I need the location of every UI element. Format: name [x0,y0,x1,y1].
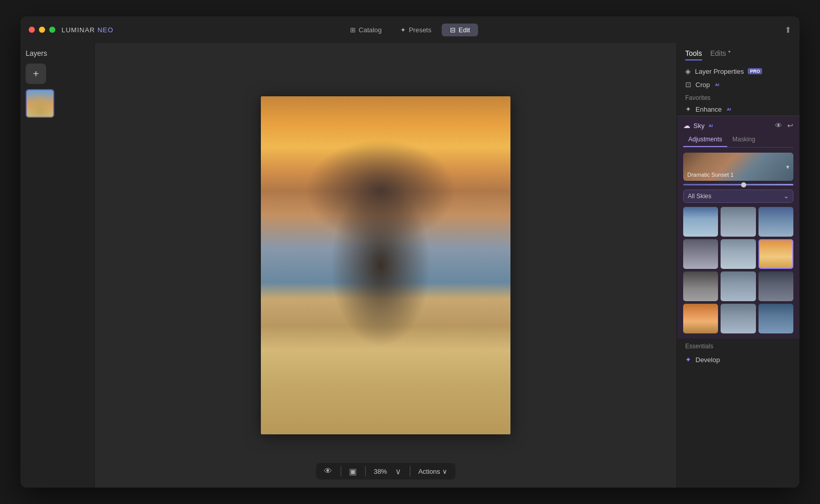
enhance-icon: ✦ [685,105,691,113]
export-icon[interactable]: ⬆ [785,26,791,34]
develop-item[interactable]: ✦ Develop [677,352,799,367]
close-button[interactable] [29,27,35,33]
app-logo: LUMINAR NEO [61,26,113,34]
title-bar: LUMINAR NEO ⊞ Catalog ✦ Presets ⊟ Edit ⬆ [20,16,799,43]
toolbar-divider-3 [409,466,410,476]
app-window: LUMINAR NEO ⊞ Catalog ✦ Presets ⊟ Edit ⬆… [20,16,799,488]
sky-thumbnail-12[interactable] [758,304,793,333]
main-content: Layers + 👁 ▣ 38% [20,43,799,488]
sky-actions: 👁 ↩ [775,121,793,130]
sky-thumbnail-7[interactable] [683,271,718,301]
traffic-lights [29,27,55,33]
compare-icon[interactable]: ▣ [349,467,357,476]
add-layer-button[interactable]: + [26,64,46,84]
develop-icon: ✦ [685,355,691,364]
sky-slider[interactable] [683,184,793,185]
sky-thumbnail-2[interactable] [721,207,755,237]
actions-button[interactable]: Actions ∨ [418,468,447,475]
layer-properties-badge: PRO [748,68,762,74]
minimize-button[interactable] [39,27,45,33]
favorites-section-label: Favorites [677,91,799,102]
catalog-icon: ⊞ [350,26,356,34]
sky-filter-dropdown[interactable]: All Skies ⌄ [683,190,793,203]
sky-thumbnail-8[interactable] [721,271,755,301]
photo-person-overlay [261,96,510,434]
sky-tabs: Adjustments Masking [683,134,793,148]
catalog-nav-button[interactable]: ⊞ Catalog [342,24,390,36]
layer-properties-item[interactable]: ◈ Layer Properties PRO [677,65,799,78]
sky-thumbnail-5[interactable] [721,239,755,269]
crop-icon: ⊡ [685,80,691,89]
sky-panel: ☁ Sky AI 👁 ↩ Adjustments Masking [677,116,799,339]
tab-tools[interactable]: Tools [685,49,702,60]
sky-reset-button[interactable]: ↩ [787,121,793,130]
visibility-icon[interactable]: 👁 [324,467,332,476]
right-panel: Tools Edits ● ◈ Layer Properties PRO ⊡ C… [676,43,799,488]
tab-adjustments[interactable]: Adjustments [683,134,727,147]
sky-title: ☁ Sky AI [683,121,713,130]
title-right: ⬆ [785,25,791,35]
layers-panel: Layers + [20,43,95,488]
sky-preset-box[interactable]: Dramatic Sunset 1 ▾ [683,153,793,181]
maximize-button[interactable] [49,27,55,33]
presets-nav-button[interactable]: ✦ Presets [392,24,440,36]
layers-title: Layers [26,49,89,57]
presets-icon: ✦ [400,26,406,34]
tab-masking[interactable]: Masking [727,134,761,147]
panel-header: Tools Edits ● [677,43,799,65]
sky-ai-badge: AI [709,123,713,128]
enhance-ai-badge: AI [727,107,731,112]
crop-item[interactable]: ⊡ Crop AI [677,78,799,91]
sky-thumbnails-grid [683,207,793,333]
crop-ai-badge: AI [715,82,719,87]
sky-thumbnail-4[interactable] [683,239,718,269]
toolbar-divider-1 [340,466,341,476]
zoom-level[interactable]: 38% [374,468,387,475]
sky-icon: ☁ [683,121,690,130]
tab-edits[interactable]: Edits ● [710,49,731,60]
sky-preset-chevron-icon: ▾ [786,163,789,171]
canvas-toolbar: 👁 ▣ 38% ∨ Actions ∨ [316,463,456,479]
sky-thumbnail-3[interactable] [758,207,793,237]
actions-chevron-icon: ∨ [442,468,447,475]
sky-visibility-button[interactable]: 👁 [775,121,782,130]
sky-header: ☁ Sky AI 👁 ↩ [683,121,793,130]
photo-background [261,96,510,434]
layer-thumb-inner [27,90,53,117]
sky-thumbnail-9[interactable] [758,271,793,301]
layer-thumb-image [27,90,53,117]
essentials-label: Essentials [677,339,799,352]
layer-properties-icon: ◈ [685,67,691,75]
sky-thumbnail-10[interactable] [683,304,718,333]
sky-preset-label: Dramatic Sunset 1 [687,172,733,178]
zoom-chevron-icon[interactable]: ∨ [395,467,401,476]
canvas-area: 👁 ▣ 38% ∨ Actions ∨ [95,43,676,488]
sky-filter-chevron-icon: ⌄ [784,193,789,200]
toolbar-divider-2 [365,466,365,476]
layer-thumbnail[interactable] [26,89,54,118]
enhance-item[interactable]: ✦ Enhance AI [677,102,799,116]
sky-thumbnail-1[interactable] [683,207,718,237]
sky-thumbnail-11[interactable] [721,304,755,333]
edit-nav-button[interactable]: ⊟ Edit [442,24,478,36]
edit-icon: ⊟ [450,26,456,34]
sky-thumbnail-6[interactable] [758,239,793,269]
title-nav: ⊞ Catalog ✦ Presets ⊟ Edit [342,24,478,36]
sky-slider-thumb [741,182,746,187]
photo-container[interactable] [261,96,510,434]
